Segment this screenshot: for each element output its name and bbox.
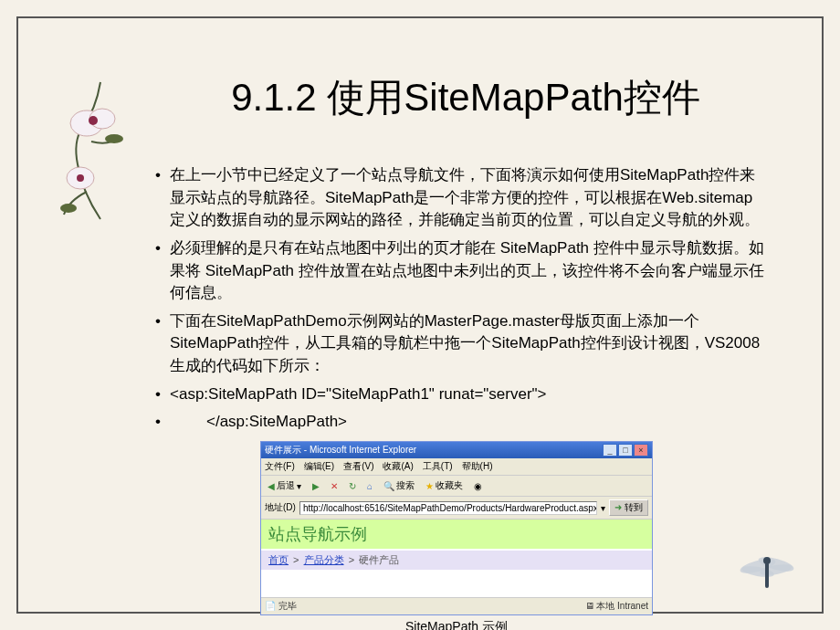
svg-point-4	[77, 174, 84, 182]
svg-point-6	[60, 204, 77, 213]
svg-point-2	[89, 116, 98, 125]
search-button[interactable]: 🔍 搜索	[381, 478, 417, 493]
stop-icon: ✕	[331, 481, 338, 491]
forward-icon: ▶	[312, 481, 320, 491]
bullet-marker: •	[146, 237, 170, 260]
back-icon: ◀	[268, 481, 275, 491]
status-text: 完毕	[278, 601, 297, 611]
menu-tools[interactable]: 工具(T)	[423, 460, 453, 473]
bullet-text: 必须理解的是只有在站点地图中列出的页才能在 SiteMapPath 控件中显示导…	[170, 237, 767, 305]
refresh-icon: ↻	[349, 481, 356, 491]
search-icon: 🔍	[383, 481, 394, 491]
back-button[interactable]: ◀ 后退 ▾	[265, 478, 304, 493]
bullet-marker: •	[146, 310, 170, 333]
code-line: <asp:SiteMapPath ID="SiteMapPath1" runat…	[170, 383, 767, 406]
chevron-down-icon: ▾	[297, 481, 301, 491]
done-icon: 📄	[265, 601, 276, 611]
menu-view[interactable]: 查看(V)	[343, 460, 373, 473]
home-icon: ⌂	[367, 481, 373, 491]
bullet-marker: •	[146, 411, 170, 434]
screenshot-wrapper: 硬件展示 - Microsoft Internet Explorer _ □ ×…	[146, 441, 767, 630]
ie-titlebar: 硬件展示 - Microsoft Internet Explorer _ □ ×	[261, 442, 652, 458]
ie-toolbar: ◀ 后退 ▾ ▶ ✕ ↻ ⌂ 🔍 搜索 ★	[261, 476, 652, 497]
home-button[interactable]: ⌂	[364, 480, 375, 492]
bullet-3: • 下面在SiteMapPathDemo示例网站的MasterPage.mast…	[146, 310, 767, 378]
dropdown-icon[interactable]: ▾	[601, 503, 605, 513]
breadcrumb-sep: >	[349, 554, 354, 565]
zone-icon: 🖥	[585, 601, 594, 611]
bullet-text: 在上一小节中已经定义了一个站点导航文件，下面将演示如何使用SiteMapPath…	[170, 164, 767, 232]
bullet-1: • 在上一小节中已经定义了一个站点导航文件，下面将演示如何使用SiteMapPa…	[146, 164, 767, 232]
ie-title: 硬件展示 - Microsoft Internet Explorer	[265, 444, 416, 457]
menu-file[interactable]: 文件(F)	[265, 460, 295, 473]
code-line: </asp:SiteMapPath>	[170, 411, 767, 434]
breadcrumb-current: 硬件产品	[359, 554, 399, 565]
slide-title: 9.1.2 使用SiteMapPath控件	[164, 73, 767, 123]
refresh-button[interactable]: ↻	[346, 480, 359, 492]
page-header: 站点导航示例	[261, 520, 652, 549]
close-icon[interactable]: ×	[634, 444, 648, 457]
maximize-icon[interactable]: □	[618, 444, 633, 457]
flower-decoration	[46, 73, 155, 237]
forward-button[interactable]: ▶	[310, 480, 322, 492]
address-input[interactable]: http://localhost:6516/SiteMapPathDemo/Pr…	[299, 501, 597, 515]
bullet-code-open: • <asp:SiteMapPath ID="SiteMapPath1" run…	[146, 383, 767, 406]
slide-frame: 9.1.2 使用SiteMapPath控件 • 在上一小节中已经定义了一个站点导…	[16, 16, 824, 614]
menu-help[interactable]: 帮助(H)	[462, 460, 493, 473]
figure-caption: SiteMapPath 示例	[146, 619, 767, 630]
media-button[interactable]: ◉	[471, 480, 485, 492]
bullet-code-close: • </asp:SiteMapPath>	[146, 411, 767, 434]
favorites-button[interactable]: ★ 收藏夹	[423, 478, 466, 493]
media-icon: ◉	[474, 481, 482, 491]
star-icon: ★	[425, 481, 434, 491]
go-button[interactable]: ➜ 转到	[609, 499, 648, 516]
go-icon: ➜	[614, 502, 622, 512]
bullet-marker: •	[146, 383, 170, 406]
minimize-icon[interactable]: _	[603, 444, 617, 457]
content-area: • 在上一小节中已经定义了一个站点导航文件，下面将演示如何使用SiteMapPa…	[146, 164, 767, 630]
titlebar-buttons: _ □ ×	[603, 444, 648, 457]
menu-edit[interactable]: 编辑(E)	[304, 460, 334, 473]
menu-fav[interactable]: 收藏(A)	[383, 460, 413, 473]
bullet-text: 下面在SiteMapPathDemo示例网站的MasterPage.master…	[170, 310, 767, 378]
breadcrumb-category[interactable]: 产品分类	[304, 554, 344, 565]
stop-button[interactable]: ✕	[328, 480, 341, 492]
ie-window: 硬件展示 - Microsoft Internet Explorer _ □ ×…	[260, 441, 653, 615]
ie-menubar: 文件(F) 编辑(E) 查看(V) 收藏(A) 工具(T) 帮助(H)	[261, 458, 652, 476]
svg-point-5	[105, 134, 123, 143]
breadcrumb-home[interactable]: 首页	[268, 554, 289, 565]
bullet-marker: •	[146, 164, 170, 187]
ie-content: 站点导航示例 首页 > 产品分类 > 硬件产品	[261, 520, 652, 597]
ie-statusbar: 📄 完毕 🖥 本地 Intranet	[261, 597, 652, 614]
bullet-2: • 必须理解的是只有在站点地图中列出的页才能在 SiteMapPath 控件中显…	[146, 237, 767, 305]
address-label: 地址(D)	[265, 501, 296, 514]
zone-text: 本地 Intranet	[596, 601, 648, 611]
breadcrumb: 首页 > 产品分类 > 硬件产品	[261, 551, 652, 570]
ie-addressbar: 地址(D) http://localhost:6516/SiteMapPathD…	[261, 497, 652, 520]
breadcrumb-sep: >	[293, 554, 299, 565]
